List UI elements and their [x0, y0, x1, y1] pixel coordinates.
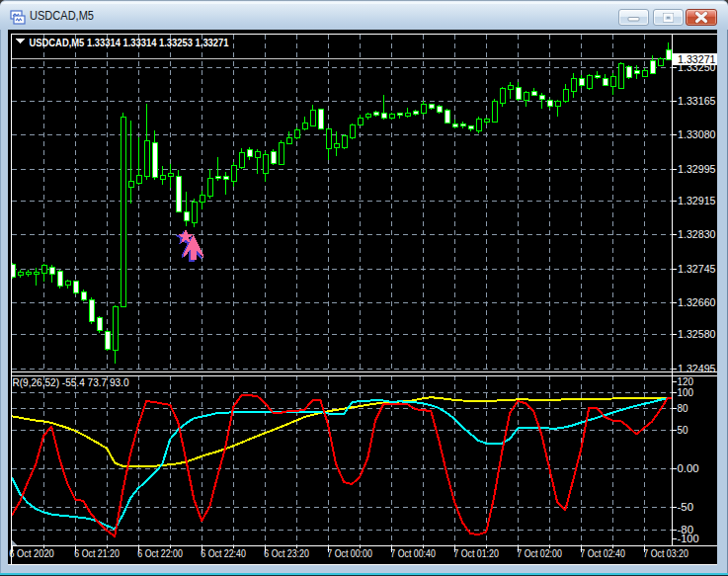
- svg-text:7 Oct 00:00: 7 Oct 00:00: [327, 547, 372, 559]
- svg-text:1.33165: 1.33165: [678, 95, 716, 107]
- svg-text:7 Oct 03:20: 7 Oct 03:20: [643, 547, 688, 559]
- svg-text:1.32660: 1.32660: [678, 296, 716, 308]
- svg-text:R(9,26,52) -55.4 73.7 93.0: R(9,26,52) -55.4 73.7 93.0: [13, 376, 129, 388]
- svg-text:80: 80: [678, 402, 688, 414]
- svg-text:120: 120: [678, 375, 694, 387]
- svg-text:-100: -100: [678, 533, 699, 544]
- svg-text:6 Oct 2020: 6 Oct 2020: [9, 547, 54, 559]
- svg-text:6 Oct 22:00: 6 Oct 22:00: [137, 547, 183, 559]
- svg-text:7 Oct 02:40: 7 Oct 02:40: [580, 547, 625, 559]
- svg-text:6 Oct 23:20: 6 Oct 23:20: [264, 547, 309, 559]
- svg-text:7 Oct 01:20: 7 Oct 01:20: [453, 547, 499, 559]
- svg-text:1.32580: 1.32580: [678, 328, 716, 340]
- svg-text:6 Oct 22:40: 6 Oct 22:40: [201, 547, 246, 559]
- svg-text:7 Oct 02:00: 7 Oct 02:00: [517, 547, 562, 559]
- svg-text:7 Oct 00:40: 7 Oct 00:40: [390, 547, 436, 559]
- svg-text:1.32745: 1.32745: [678, 263, 716, 275]
- svg-text:-50: -50: [678, 501, 694, 513]
- svg-text:50: 50: [678, 424, 688, 436]
- svg-text:1.32995: 1.32995: [678, 163, 716, 175]
- svg-text:0.00: 0.00: [678, 462, 699, 474]
- svg-text:USDCAD,M5: USDCAD,M5: [30, 9, 94, 23]
- svg-text:6 Oct 21:20: 6 Oct 21:20: [74, 547, 120, 559]
- svg-text:1.32915: 1.32915: [678, 195, 716, 206]
- svg-text:1.32830: 1.32830: [678, 228, 716, 240]
- svg-text:1.33080: 1.33080: [678, 128, 716, 140]
- svg-text:USDCAD,M5 1.33314 1.33314 1.3: USDCAD,M5 1.33314 1.33314 1.33253 1.3327…: [30, 37, 229, 48]
- svg-text:1.32495: 1.32495: [678, 363, 716, 374]
- svg-text:1.33271: 1.33271: [678, 53, 716, 65]
- svg-text:100: 100: [678, 386, 694, 398]
